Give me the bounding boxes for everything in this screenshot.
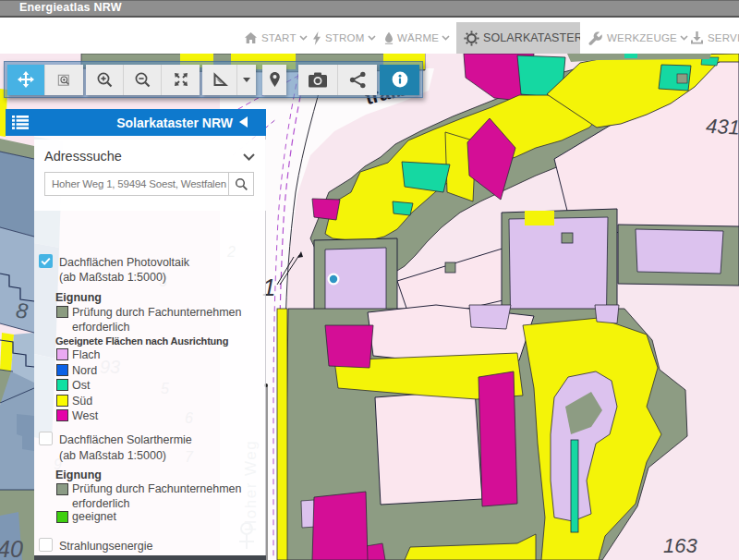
- svg-text:163: 163: [663, 534, 697, 557]
- svg-text:431: 431: [705, 115, 739, 140]
- svg-text:40: 40: [0, 536, 23, 560]
